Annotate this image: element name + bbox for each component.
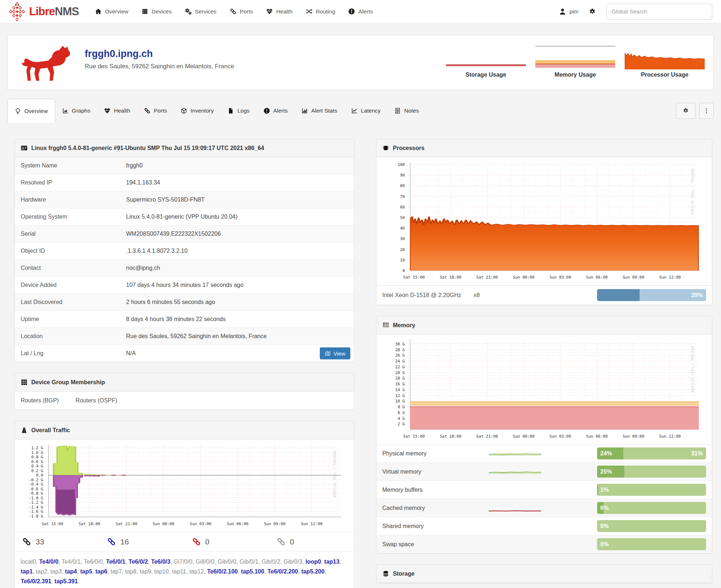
port-count-blue: 16	[100, 537, 184, 546]
y-axis-tick: 26 G	[395, 353, 405, 358]
port-link[interactable]: tap10	[154, 568, 169, 575]
port-link[interactable]: local0	[21, 559, 36, 565]
device-group-link[interactable]: Routers (BGP)	[21, 397, 59, 404]
port-link[interactable]: Te4/0/1	[61, 559, 80, 565]
cpu-model: Intel Xeon D-1518 @ 2.20GHz	[382, 292, 461, 299]
port-link[interactable]: tap5.100	[241, 568, 264, 575]
port-link[interactable]: Gib/0/1	[239, 559, 258, 565]
processors-chart-shapes	[410, 162, 699, 271]
tab-alerts[interactable]: Alerts	[257, 99, 295, 123]
y-axis-tick: 10	[400, 257, 405, 262]
mini-graph-storage[interactable]: Storage Usage	[446, 45, 526, 78]
port-link[interactable]: tap8	[125, 568, 136, 575]
y-axis-tick: 28 G	[395, 347, 405, 352]
system-row-label: Hardware	[15, 191, 120, 208]
tab-alert-stats[interactable]: Alert Stats	[294, 99, 344, 123]
system-row-label: System Name	[15, 157, 120, 174]
nav-item-services[interactable]: Services	[185, 8, 216, 15]
port-link[interactable]: tap9	[140, 568, 151, 575]
port-link[interactable]: Gi7/0/0	[174, 559, 193, 565]
tab-logs[interactable]: Logs	[221, 99, 257, 123]
port-link[interactable]: tap7	[110, 568, 122, 575]
memory-percent: 6%	[600, 505, 609, 511]
ports-icon	[277, 537, 286, 546]
mini-graph-processor[interactable]: Processor Usage	[625, 45, 705, 78]
port-link[interactable]: tap13	[324, 559, 339, 565]
port-link[interactable]: tap11	[172, 568, 186, 575]
tab-inventory[interactable]: Inventory	[174, 99, 221, 123]
barchart-icon	[301, 108, 308, 114]
port-link[interactable]: Te6/0/2.391	[21, 578, 51, 584]
port-link[interactable]: tap1	[21, 568, 33, 575]
view-button-label: View	[334, 350, 345, 357]
system-row-value: 107 days 4 hours 34 minutes 17 seconds a…	[126, 282, 243, 288]
memory-row-cached-memory: Cached memory6%	[376, 499, 712, 517]
port-link[interactable]: tap12	[189, 568, 204, 575]
port-link[interactable]: Te6/0/1	[106, 559, 125, 565]
port-link[interactable]: Te6/0/0	[84, 559, 102, 565]
nav-item-health[interactable]: Health	[266, 8, 293, 15]
port-link[interactable]: tap4	[65, 568, 77, 575]
ports-icon	[230, 8, 237, 15]
port-link[interactable]: tap5	[80, 568, 92, 575]
more-options-button[interactable]	[699, 103, 714, 119]
port-link[interactable]: Gib/0/0	[218, 559, 237, 565]
device-location: Rue des Saules, 59262 Sainghin en Melant…	[85, 63, 234, 70]
system-row-value: N/A	[126, 350, 136, 356]
graphs-icon	[62, 108, 69, 114]
memory-row-physical-memory: Physical memory24%31%	[376, 444, 712, 462]
port-link[interactable]: tap5.200	[301, 568, 325, 575]
memory-mini-chart	[535, 45, 615, 69]
device-settings-button[interactable]	[676, 103, 696, 119]
port-link[interactable]: Te6/0/3	[151, 559, 170, 565]
y-axis-tick: -0.8 G	[29, 491, 43, 496]
rrdtool-watermark: RRDTOOL / TOBI OETIKER	[690, 169, 694, 215]
user-menu[interactable]: pim	[559, 8, 579, 15]
overall-traffic-graph[interactable]: 1.2 G1.0 G0.8 G0.6 G0.4 G0.2 G0.0-0.2 G-…	[15, 439, 354, 532]
port-link[interactable]: Gi8/0/0	[196, 559, 214, 565]
port-link[interactable]: Te6/0/2	[129, 559, 148, 565]
processors-graph[interactable]: 1009080706050403020100 RRDTOOL / TOBI OE…	[376, 157, 712, 285]
port-link[interactable]: tap6	[95, 568, 107, 575]
system-row: HardwareSupermicro SYS-5018D-FN8T	[15, 191, 354, 208]
port-counts-row: 331600	[15, 532, 354, 551]
global-search-input[interactable]	[606, 4, 712, 20]
nav-item-ports[interactable]: Ports	[230, 8, 253, 15]
x-axis-tick: Sat 15:00	[403, 434, 425, 439]
memory-row-label: Swap space	[382, 541, 488, 548]
port-link[interactable]: tap5.391	[55, 578, 78, 584]
ports-icon	[107, 537, 116, 546]
port-link[interactable]: Gib/0/2	[262, 559, 281, 565]
y-axis-tick: -1.4 G	[29, 504, 43, 509]
port-link[interactable]: Te6/0/2.100	[207, 568, 238, 575]
port-link[interactable]: Te6/0/2.200	[267, 568, 298, 575]
x-axis-tick: Sat 21:00	[116, 522, 137, 526]
port-link[interactable]: tap3	[51, 568, 62, 575]
system-row: Last Discovered2 hours 6 minutes 55 seco…	[15, 294, 354, 311]
librenms-logo[interactable]: LibreNMS	[9, 2, 79, 21]
nav-item-routing[interactable]: Routing	[306, 8, 335, 15]
tab-overview[interactable]: Overview	[7, 99, 55, 123]
mini-graph-memory[interactable]: Memory Usage	[535, 45, 615, 78]
port-link[interactable]: loop0	[306, 559, 321, 565]
tab-notes[interactable]: Notes	[387, 99, 426, 123]
memory-percent: 0%	[600, 541, 609, 548]
device-tabs: OverviewGraphsHealthPortsInventoryLogsAl…	[7, 99, 426, 123]
port-link[interactable]: Gib/0/3	[283, 559, 302, 565]
tab-health[interactable]: Health	[97, 99, 137, 123]
nav-item-overview[interactable]: Overview	[95, 8, 129, 15]
nav-item-alerts[interactable]: Alerts	[348, 8, 373, 15]
view-location-button[interactable]: View	[320, 348, 350, 360]
device-group-link[interactable]: Routers (OSPF)	[76, 397, 117, 404]
tab-graphs[interactable]: Graphs	[55, 99, 97, 123]
port-link[interactable]: Te4/0/0	[39, 559, 59, 565]
device-hostname[interactable]: frggh0.ipng.ch	[85, 48, 234, 60]
memory-row-virtual-memory: Virtual memory25%	[376, 462, 712, 480]
tab-latency[interactable]: Latency	[344, 99, 387, 123]
port-link[interactable]: tap2	[36, 568, 47, 575]
settings-menu[interactable]	[589, 8, 596, 15]
memory-graph[interactable]: 30 G28 G26 G24 G22 G20 G18 G16 G14 G12 G…	[376, 334, 712, 444]
nav-item-devices[interactable]: Devices	[141, 8, 172, 15]
tab-ports[interactable]: Ports	[137, 99, 174, 123]
memory-row-label: Physical memory	[382, 450, 488, 457]
